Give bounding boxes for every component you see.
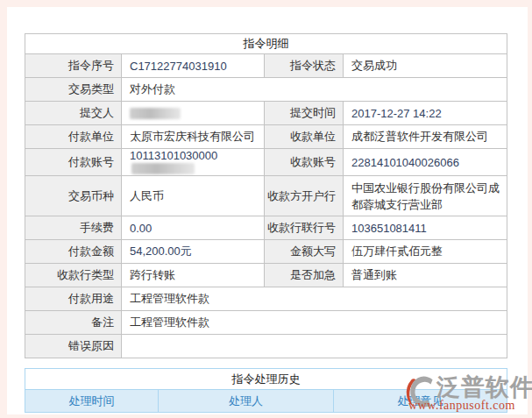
field-amount-value: 54,200.00元 [122,240,265,264]
field-transaction-type-value: 对外付款 [122,78,507,102]
field-payee-unit-label: 收款单位 [265,125,344,149]
field-bank-no-value: 103651081411 [344,216,507,240]
field-submitter-value [122,102,265,125]
field-purpose-value: 工程管理软件款 [122,287,507,311]
field-currency-value: 人民币 [122,176,265,216]
field-instruction-status-value: 交易成功 [344,54,507,78]
field-submitter-label: 提交人 [25,102,122,125]
redacted-submitter [130,108,181,119]
field-purpose-label: 付款用途 [25,287,122,311]
field-urgent-value: 普通到账 [344,264,507,287]
field-payer-account-value: 10113101030000 [122,149,265,176]
history-col-opinion: 处理意见 [334,390,507,413]
detail-table-title: 指令明细 [25,34,507,54]
field-instruction-no-label: 指令序号 [25,54,122,78]
field-instruction-no-value: C17122774031910 [122,54,265,78]
history-table-title: 指令处理历史 [25,369,507,390]
history-col-processor: 处理人 [159,390,334,413]
field-payee-bank-label: 收款方开户行 [265,176,344,216]
field-error-reason-value [122,335,507,358]
field-payee-account-value: 22814101040026066 [344,149,507,176]
instruction-history-table: 指令处理历史 处理时间 处理人 处理意见 [25,368,507,413]
field-submit-time-value: 2017-12-27 14:22 [344,102,507,125]
field-currency-label: 交易币种 [25,176,122,216]
field-bank-no-label: 收款行联行号 [265,216,344,240]
field-bank-type-label: 收款行类型 [25,264,122,287]
field-error-reason-label: 错误原因 [25,335,122,358]
field-instruction-status-label: 指令状态 [265,54,344,78]
field-fee-value: 0.00 [122,216,265,240]
field-amount-words-value: 伍万肆仟贰佰元整 [344,240,507,264]
page-content: 指令明细 指令序号 C17122774031910 指令状态 交易成功 交易类型… [7,7,528,414]
redacted-account-digits [131,163,195,174]
field-payee-bank-value: 中国农业银行股份有限公司成都蓉城支行营业部 [344,176,507,216]
field-amount-label: 付款金额 [25,240,122,264]
field-payer-account-label: 付款账号 [25,149,122,176]
field-payer-unit-label: 付款单位 [25,125,122,149]
field-remark-label: 备注 [25,311,122,335]
field-urgent-label: 是否加急 [265,264,344,287]
field-remark-value: 工程管理软件款 [122,311,507,335]
field-fee-label: 手续费 [25,216,122,240]
history-col-process-time: 处理时间 [25,390,159,413]
field-amount-words-label: 金额大写 [265,240,344,264]
field-submit-time-label: 提交时间 [265,102,344,125]
field-payee-account-label: 收款账号 [265,149,344,176]
instruction-detail-table: 指令明细 指令序号 C17122774031910 指令状态 交易成功 交易类型… [25,33,507,358]
field-payer-unit-value: 太原市宏庆科技有限公司 [122,125,265,149]
field-payee-unit-value: 成都泛普软件开发有限公司 [344,125,507,149]
field-bank-type-value: 跨行转账 [122,264,265,287]
field-transaction-type-label: 交易类型 [25,78,122,102]
